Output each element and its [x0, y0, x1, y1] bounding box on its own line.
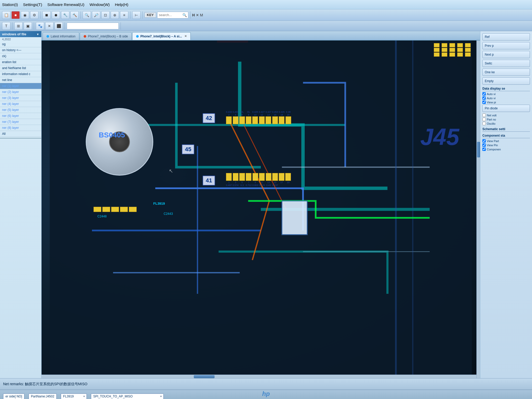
tool2-btn-4[interactable]: 🐾: [36, 22, 44, 30]
label-H: H: [192, 13, 195, 17]
component-dropdown[interactable]: FL3919: [61, 394, 87, 399]
c2448-label: C2448: [97, 215, 107, 218]
right-panel: Ref Prev p Next p Switc One ke Empty Dat…: [480, 31, 532, 378]
sep-2: [81, 11, 81, 19]
sidebar: windows of file ▼ 4,2022 og on history <…: [0, 31, 42, 378]
check-component[interactable]: [482, 148, 486, 151]
tool2-btn-6[interactable]: ⬛: [55, 22, 63, 30]
check-label-component: Componen: [487, 148, 501, 151]
sidebar-item-netname[interactable]: and NetName list: [0, 65, 41, 71]
btn-next[interactable]: Next p: [482, 51, 530, 58]
sidebar-item-layer6[interactable]: ner (6) layer: [0, 113, 41, 119]
checkbox-net-volt[interactable]: Net volt: [482, 114, 530, 117]
scroll-thumb-v[interactable]: [477, 142, 480, 157]
part-name-field: PartName:J4502: [29, 394, 57, 399]
sidebar-item-layer5[interactable]: ner (5) layer: [0, 107, 41, 113]
bot-comp-9: [279, 173, 284, 181]
tab-indicator-1: [46, 35, 49, 38]
sidebar-item-layer2[interactable]: ner (2) layer: [0, 89, 41, 95]
btn-switch[interactable]: Switc: [482, 60, 530, 67]
checkbox-view-pin[interactable]: View Pin: [482, 143, 530, 147]
checkbox-auto-vi-1[interactable]: Auto vi: [482, 92, 530, 96]
toolbar-secondary: T ⊞ ▣ 🐾 ✕ ⬛: [0, 21, 532, 31]
sidebar-item-layer7[interactable]: ner (7) layer: [0, 119, 41, 125]
tab-label-1: Latest information: [51, 35, 75, 38]
btn-empty[interactable]: Empty: [482, 77, 530, 85]
checkbox-view-pi[interactable]: View pi: [482, 101, 530, 104]
tool-pin[interactable]: ⊢: [132, 11, 141, 19]
tool-fit[interactable]: ⊡: [101, 11, 110, 19]
check-net-volt[interactable]: [482, 114, 486, 117]
tool2-btn-5[interactable]: ✕: [45, 22, 54, 30]
check-view-pin[interactable]: [482, 143, 486, 147]
fl3919-label: FL3919: [153, 202, 165, 205]
search-box[interactable]: 🔍: [157, 12, 188, 18]
top-comp-1: [226, 116, 232, 124]
checkbox-component[interactable]: Componen: [482, 148, 530, 151]
check-oscillo[interactable]: [482, 122, 486, 125]
menu-station[interactable]: Station(I): [2, 2, 18, 7]
tab-indicator-3: [136, 35, 139, 38]
tool2-btn-1[interactable]: T: [2, 22, 10, 30]
tab-a-side[interactable]: Phone7_intel(Block) – A si... ✕: [132, 32, 191, 40]
tool-btn-6[interactable]: ⏺: [52, 11, 60, 19]
checkbox-view-part[interactable]: View Part: [482, 139, 530, 143]
sidebar-item-netline[interactable]: net line: [0, 77, 41, 83]
tab-latest-info[interactable]: Latest information: [43, 32, 79, 40]
tr-comp-7: [442, 48, 447, 52]
net-dropdown[interactable]: SPI_TOUCH_TO_AP_MISO: [91, 394, 164, 399]
tab-b-side[interactable]: Phone7_intel(Block) – B side: [80, 32, 132, 40]
sidebar-item-layer8[interactable]: ner (8) layer: [0, 125, 41, 131]
vertical-scrollbar[interactable]: [476, 41, 480, 378]
tool2-btn-2[interactable]: ⊞: [14, 22, 23, 30]
pcb-canvas[interactable]: BS0405 J45 42 45 41 0.433 2 0.433 4: [42, 41, 480, 378]
sidebar-item-layer1[interactable]: ner (1) layer: [0, 83, 41, 89]
sep2-2: [34, 22, 34, 30]
check-auto-vi-1[interactable]: [482, 92, 486, 96]
tool-btn-7[interactable]: 🔧: [61, 11, 69, 19]
check-auto-vi-2[interactable]: [482, 96, 486, 100]
tool-btn-5[interactable]: ⏹: [42, 11, 51, 19]
search-input[interactable]: [159, 13, 182, 17]
sidebar-item-history[interactable]: on history <---: [0, 47, 41, 53]
tool2-btn-3[interactable]: ▣: [24, 22, 32, 30]
sidebar-item-og[interactable]: og: [0, 41, 41, 47]
horizontal-scrollbar[interactable]: [42, 375, 476, 378]
sidebar-item-layer3[interactable]: ner (3) layer: [0, 95, 41, 101]
sidebar-item-layer4[interactable]: ner (4) layer: [0, 101, 41, 107]
tool-zoom-custom[interactable]: ⊕: [111, 11, 119, 19]
tr-comp-5: [465, 43, 471, 47]
tool-btn-1[interactable]: 📋: [2, 11, 10, 19]
text-input-field[interactable]: [67, 23, 119, 29]
sidebar-item-ck[interactable]: ck): [0, 53, 41, 59]
scroll-thumb-h[interactable]: [194, 375, 215, 378]
sidebar-item-info[interactable]: information related c: [0, 71, 41, 77]
tool-btn-8[interactable]: 🔨: [70, 11, 79, 19]
tool-btn-2[interactable]: ■: [11, 11, 20, 19]
menu-window[interactable]: Window(W): [90, 2, 110, 7]
check-view-pi[interactable]: [482, 101, 486, 104]
sidebar-item-eration[interactable]: eration list: [0, 59, 41, 65]
checkbox-oscillo[interactable]: Oscillo: [482, 122, 530, 125]
tool-zoom-out[interactable]: 🔎: [92, 11, 100, 19]
menu-help[interactable]: Help(H): [115, 2, 128, 7]
btn-one-key[interactable]: One ke: [482, 69, 530, 76]
tool-zoom-in[interactable]: 🔍: [83, 11, 91, 19]
check-part-no[interactable]: [482, 118, 486, 121]
checkbox-auto-vi-2[interactable]: Auto vi: [482, 96, 530, 100]
sidebar-item-all[interactable]: All: [0, 131, 41, 137]
check-view-part[interactable]: [482, 139, 486, 143]
sidebar-dropdown-icon[interactable]: ▼: [36, 33, 39, 36]
btn-ref[interactable]: Ref: [482, 33, 530, 41]
btn-prev[interactable]: Prev p: [482, 42, 530, 49]
menu-settings[interactable]: Settings(T): [23, 2, 42, 7]
checkbox-part-no[interactable]: Part no: [482, 118, 530, 121]
top-right-grid: [434, 43, 472, 57]
tab-label-3: Phone7_intel(Block) – A si...: [140, 35, 182, 38]
tool-list[interactable]: ≡: [120, 11, 128, 19]
tab-close-3[interactable]: ✕: [184, 35, 187, 38]
tool-btn-4[interactable]: ⚙: [30, 11, 38, 19]
menu-software-renewal[interactable]: Software Renewal(U): [47, 2, 84, 7]
tool-btn-3[interactable]: ◉: [21, 11, 29, 19]
btn-pin-diode[interactable]: Pin diode: [482, 105, 530, 112]
